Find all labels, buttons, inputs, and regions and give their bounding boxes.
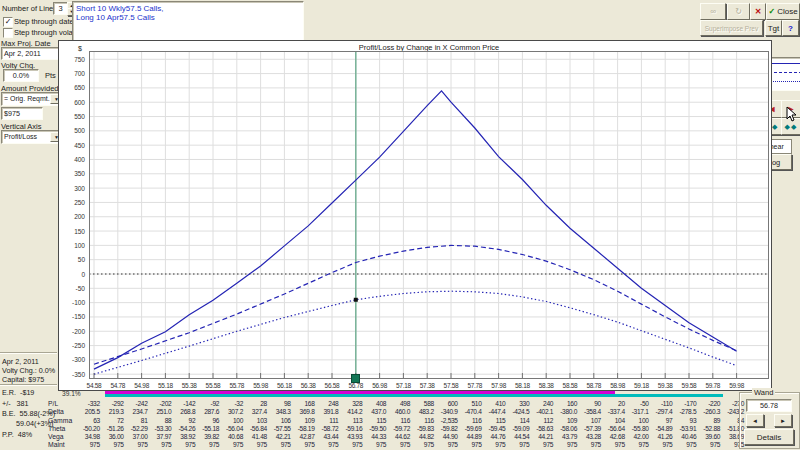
table-cell: -297.4 [649, 408, 673, 415]
table-cell: 113 [338, 417, 362, 424]
wand-label: Wand [752, 388, 775, 397]
x-axis-label: 57.18 [390, 382, 416, 389]
table-cell: 39.82 [195, 433, 219, 440]
table-cell: -55.18 [195, 425, 219, 432]
table-cell: 975 [267, 441, 291, 448]
table-cell: 975 [482, 441, 506, 448]
strategy-description-box[interactable]: Short 10 Wkly57.5 Calls, Long 10 Apr57.5… [72, 1, 304, 43]
number-of-lines-value[interactable]: 3 [53, 2, 68, 15]
superimpose-prev-button[interactable]: Superimpose Prev [700, 20, 763, 36]
divider [0, 384, 57, 386]
table-row-label: Delta [48, 408, 64, 415]
help-button[interactable]: ? [782, 20, 799, 36]
close-button[interactable]: ✓ Close [766, 3, 800, 20]
amount-input[interactable]: $975 [1, 107, 43, 120]
wand-left-button[interactable]: ◄ [746, 414, 764, 427]
table-cell: 115 [362, 417, 386, 424]
table-cell: -57.39 [577, 425, 601, 432]
table-cell: 116 [458, 417, 482, 424]
profit-loss-chart[interactable] [89, 51, 769, 379]
x-axis-label: 58.38 [533, 382, 559, 389]
table-cell: 100 [625, 417, 649, 424]
tgt-label: Tgt [768, 24, 780, 33]
x-axis-label: 55.18 [152, 382, 178, 389]
y-axis-label: 350 [59, 170, 85, 177]
table-cell: 39.60 [696, 433, 720, 440]
table-cell: -202 [148, 400, 172, 407]
step-volatilities-checkbox[interactable] [3, 28, 13, 38]
table-cell: 34.98 [76, 433, 100, 440]
volty-chg-units: Pts [45, 71, 56, 80]
arrow-left-icon: ◄ [752, 418, 758, 424]
current-price-marker[interactable] [351, 374, 360, 383]
table-cell: 975 [100, 441, 124, 448]
x-axis-label: 55.38 [176, 382, 202, 389]
table-cell: -59.82 [434, 425, 458, 432]
double-diamond-icon: ◆◆ [785, 123, 798, 131]
marker-dot [354, 298, 358, 302]
close-icon: ✕ [755, 7, 762, 16]
table-cell: -292 [100, 400, 124, 407]
wand-right-button[interactable]: ► [774, 414, 792, 427]
y-axis-label: 0 [59, 271, 85, 278]
table-cell: 414.2 [338, 408, 362, 415]
table-cell: -57.55 [267, 425, 291, 432]
tgt-button[interactable]: Tgt [765, 20, 782, 36]
step-dates-checkbox[interactable]: ✓ [3, 17, 13, 27]
close-button-label: Close [777, 7, 797, 16]
table-cell: 40.68 [219, 433, 243, 440]
table-cell: 268.8 [171, 408, 195, 415]
table-cell: 44.76 [482, 433, 506, 440]
table-cell: -424.5 [505, 408, 529, 415]
refresh-icon-button[interactable]: ↻ [727, 3, 750, 20]
table-cell: 975 [505, 441, 529, 448]
table-cell: 975 [625, 441, 649, 448]
table-cell: 44.33 [362, 433, 386, 440]
table-cell: 44.82 [410, 433, 434, 440]
stat-capital: Capital: $975 [2, 375, 44, 384]
table-cell: 42.87 [291, 433, 315, 440]
table-cell: -402.1 [529, 408, 553, 415]
table-cell: 588 [410, 400, 434, 407]
delete-button[interactable]: ✕ [750, 3, 766, 20]
y-axis-label: 400 [59, 156, 85, 163]
stat-volty: Volty Chg.: 0.0% [2, 366, 55, 375]
x-axis-label: 57.78 [462, 382, 488, 389]
table-cell: -317.1 [625, 408, 649, 415]
table-cell: 248 [315, 400, 339, 407]
max-proj-date-input[interactable]: Apr 2, 2011 [1, 47, 61, 60]
table-cell: 975 [315, 441, 339, 448]
y-axis-label: 600 [59, 99, 85, 106]
arrow-right-icon: ► [780, 418, 786, 424]
vertical-axis-select[interactable]: Profit/Loss ▼ [1, 130, 65, 144]
table-cell: -92 [195, 400, 219, 407]
table-cell: 328 [338, 400, 362, 407]
table-cell: 40.46 [672, 433, 696, 440]
amount-provided-select[interactable]: = Orig. Reqmt. ▼ [1, 92, 65, 106]
link-icon-button[interactable]: ∞ [700, 3, 726, 20]
volty-chg-input[interactable]: 0.0% [3, 69, 39, 82]
table-cell: -53.30 [148, 425, 172, 432]
x-axis-label: 56.38 [295, 382, 321, 389]
stat-plus-minus: +/- 381 [2, 399, 29, 408]
x-axis-label: 56.98 [367, 382, 393, 389]
table-cell: 28 [243, 400, 267, 407]
table-cell: -32 [219, 400, 243, 407]
table-row: 205.5219.3234.7251.0268.8287.6307.2327.4… [76, 408, 744, 415]
x-axis-label: 56.18 [271, 382, 297, 389]
table-cell: -59.50 [362, 425, 386, 432]
table-cell: 205.5 [76, 408, 100, 415]
table-cell: -50 [625, 400, 649, 407]
y-axis-label: 300 [59, 185, 85, 192]
y-axis-label: 50 [59, 256, 85, 263]
table-cell: -59.83 [410, 425, 434, 432]
table-cell: 287.6 [195, 408, 219, 415]
table-cell: 975 [410, 441, 434, 448]
table-cell: 234.7 [124, 408, 148, 415]
table-cell: 975 [386, 441, 410, 448]
details-button[interactable]: Details [744, 429, 794, 445]
number-of-lines-label: Number of Lines [2, 4, 57, 13]
table-cell: -470.4 [458, 408, 482, 415]
wand-price-input[interactable]: 56.78 [746, 399, 792, 412]
table-cell: 975 [219, 441, 243, 448]
